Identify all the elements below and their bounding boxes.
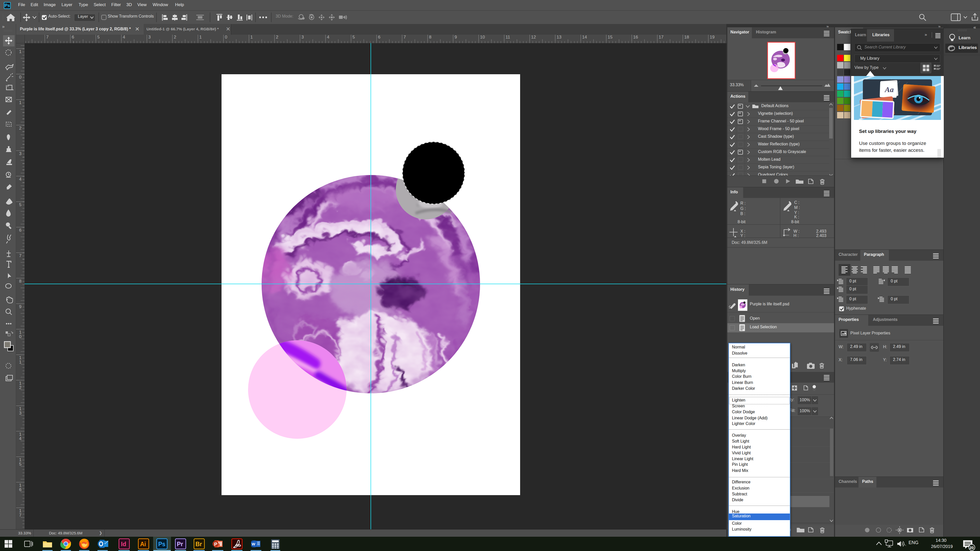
svg-text:P: P bbox=[214, 541, 218, 547]
svg-text:20: 20 bbox=[969, 545, 974, 550]
svg-text:Pr: Pr bbox=[177, 541, 183, 548]
svg-text:W: W bbox=[251, 542, 256, 546]
svg-text:Id: Id bbox=[121, 541, 126, 548]
svg-text:Aa: Aa bbox=[884, 85, 894, 94]
svg-text:Ai: Ai bbox=[140, 541, 146, 548]
svg-text:Br: Br bbox=[196, 541, 202, 548]
svg-text:Ps: Ps bbox=[158, 541, 165, 548]
svg-text:»: » bbox=[2, 24, 5, 29]
